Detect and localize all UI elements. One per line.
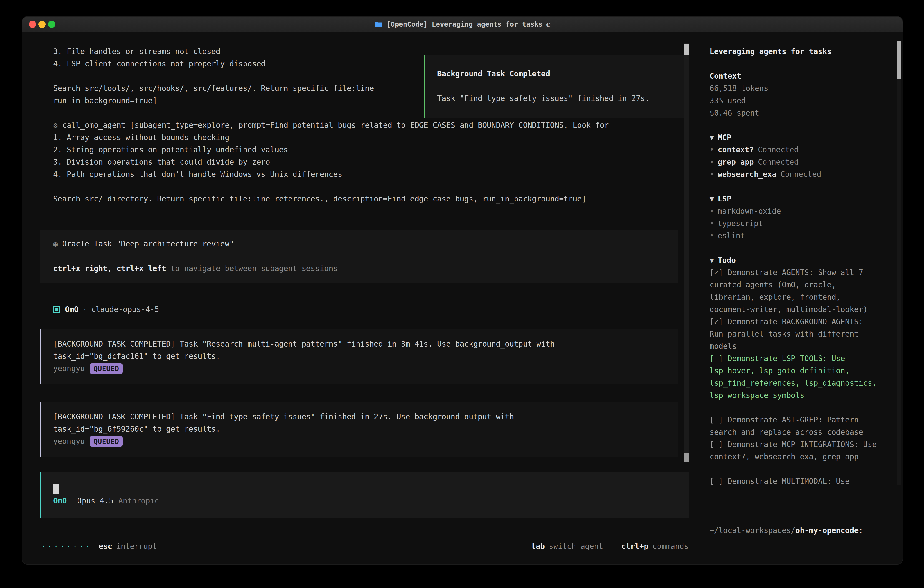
workspace-path: ~/local-workspaces/oh-my-opencode: maste… (710, 500, 877, 565)
message-meta: yeongyu QUEUED (53, 435, 666, 448)
output-line (53, 180, 673, 193)
active-model-name: Opus 4.5 (77, 495, 114, 507)
session-indicator-icon: ◐ (546, 18, 550, 30)
bullet-icon: • (710, 170, 714, 179)
chevron-down-icon: ▼ (710, 256, 714, 265)
bullet-icon: • (710, 145, 714, 154)
commands-key-hint: ctrl+p (621, 540, 648, 553)
bullet-icon: • (710, 207, 714, 216)
todo-section-toggle[interactable]: ▼Todo (710, 254, 877, 266)
bullet-icon: • (710, 219, 714, 228)
todo-item: [ ] Demonstrate MULTIMODAL: Use (710, 475, 877, 487)
message-text: [BACKGROUND TASK COMPLETED] Task "Find t… (53, 411, 599, 435)
hint-keys: ctrl+x right, ctrl+x left (53, 264, 166, 273)
background-task-message: [BACKGROUND TASK COMPLETED] Task "Resear… (40, 329, 678, 384)
model-info-row: OmO Opus 4.5 Anthropic (53, 495, 677, 507)
bullet-icon: • (710, 231, 714, 240)
workspace-project: oh-my-opencode: (795, 526, 863, 535)
output-line: 4. Path operations that don't handle Win… (53, 168, 673, 180)
esc-key-label: interrupt (116, 540, 157, 553)
traffic-lights (29, 21, 55, 28)
mcp-section-toggle[interactable]: ▼MCP (710, 131, 877, 144)
agent-name: OmO (65, 303, 79, 315)
status-badge: QUEUED (90, 436, 122, 447)
session-title: Leveraging agents for tasks (710, 45, 877, 58)
commands-key-label: commands (653, 540, 689, 553)
todo-checkbox: [✓] (710, 268, 728, 277)
context-spent: $0.46 spent (710, 107, 877, 119)
lsp-item: •eslint (710, 230, 877, 242)
terminal-window: [OpenCode] Leveraging agents for tasks ◐… (21, 16, 903, 565)
message-author: yeongyu (53, 362, 85, 375)
context-used: 33% used (710, 94, 877, 107)
main-scrollbar-thumb[interactable] (684, 44, 689, 55)
tab-key-hint: tab (531, 540, 545, 553)
window-content: 3. File handles or streams not closed 4.… (22, 32, 903, 565)
context-heading: Context (710, 70, 877, 82)
lsp-item: •markdown-oxide (710, 205, 877, 217)
todo-item: [ ] Demonstrate AST-GREP: Pattern search… (710, 414, 877, 438)
agent-model: claude-opus-4-5 (91, 303, 159, 315)
output-line: Search src/ directory. Return specific f… (53, 193, 673, 205)
subagent-session-card: ◉ Oracle Task "Deep architecture review"… (40, 230, 678, 283)
mcp-item: •context7Connected (710, 144, 877, 156)
todo-checkbox: [ ] (710, 415, 728, 424)
terminal-main-pane: 3. File handles or streams not closed 4.… (22, 32, 700, 565)
todo-item: [✓] Demonstrate BACKGROUND AGENTS: Run p… (710, 315, 877, 352)
output-line: 1. Array access without bounds checking (53, 131, 673, 144)
agent-icon (53, 306, 60, 313)
chevron-down-icon: ▼ (710, 133, 714, 142)
tool-call-text: call_omo_agent [subagent_type=explore, p… (62, 121, 609, 130)
output-line: 2. String operations on potentially unde… (53, 144, 673, 156)
window-title: [OpenCode] Leveraging agents for tasks ◐ (374, 18, 550, 30)
navigation-hint: ctrl+x right, ctrl+x left to navigate be… (53, 263, 664, 275)
background-task-toast: Background Task Completed Task "Find typ… (424, 55, 689, 118)
text-cursor (53, 484, 59, 494)
toast-title: Background Task Completed (437, 68, 675, 80)
minimize-button[interactable] (38, 21, 46, 28)
session-icon: ◉ (53, 239, 58, 248)
bullet-icon: • (710, 158, 714, 167)
model-provider: Anthropic (119, 495, 159, 507)
lsp-item: •typescript (710, 217, 877, 230)
titlebar: [OpenCode] Leveraging agents for tasks ◐ (22, 17, 903, 32)
zoom-button[interactable] (48, 21, 55, 28)
todo-checkbox: [✓] (710, 317, 728, 326)
sidebar-scrollbar-thumb[interactable] (897, 41, 901, 79)
message-author: yeongyu (53, 435, 85, 448)
separator-dot: · (83, 303, 87, 315)
status-badge: QUEUED (90, 363, 122, 374)
sidebar: Leveraging agents for tasks Context 66,5… (700, 32, 903, 565)
agent-header: OmO · claude-opus-4-5 (53, 303, 678, 315)
prompt-input[interactable]: OmO Opus 4.5 Anthropic (40, 472, 689, 519)
close-button[interactable] (29, 21, 36, 28)
oracle-task-title: Oracle Task "Deep architecture review" (62, 239, 234, 248)
todo-item: [ ] Demonstrate MCP INTEGRATIONS: Use co… (710, 438, 877, 463)
todo-item: [✓] Demonstrate AGENTS: Show all 7 curat… (710, 266, 877, 315)
todo-checkbox: [ ] (710, 440, 728, 449)
oracle-task-line: ◉ Oracle Task "Deep architecture review" (53, 238, 664, 250)
toast-body: Task "Find type safety issues" finished … (437, 92, 675, 105)
background-task-message: [BACKGROUND TASK COMPLETED] Task "Find t… (40, 401, 678, 457)
message-meta: yeongyu QUEUED (53, 362, 666, 375)
tool-call-line: ⚙call_omo_agent [subagent_type=explore, … (53, 119, 673, 131)
tab-key-label: switch agent (549, 540, 603, 553)
gear-icon: ⚙ (53, 121, 58, 130)
todo-checkbox: [ ] (710, 477, 728, 486)
git-branch: master (710, 561, 877, 565)
main-scrollbar-thumb-secondary[interactable] (684, 453, 689, 462)
todo-checkbox: [ ] (710, 354, 728, 363)
hint-text: to navigate between subagent sessions (166, 264, 338, 273)
input-line[interactable] (53, 482, 677, 495)
mcp-item: •websearch_exaConnected (710, 168, 877, 180)
spinner-dots: ········ (41, 540, 92, 553)
todo-item-active: [ ] Demonstrate LSP TOOLS: Use lsp_hover… (710, 352, 877, 401)
context-tokens: 66,518 tokens (710, 82, 877, 94)
esc-key-hint: esc (99, 540, 112, 553)
lsp-section-toggle[interactable]: ▼LSP (710, 193, 877, 205)
workspace-path-prefix: ~/local-workspaces/ (710, 526, 795, 535)
sidebar-scrollbar-track[interactable] (897, 41, 901, 485)
main-scrollbar-track[interactable] (684, 43, 689, 462)
active-agent-name: OmO (53, 495, 67, 507)
folder-icon (374, 21, 383, 28)
